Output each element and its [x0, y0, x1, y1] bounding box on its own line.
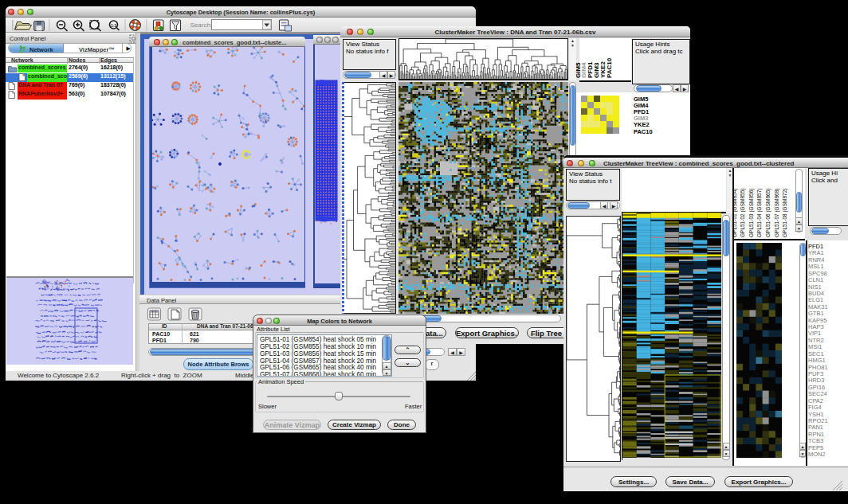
svg-text:Search:: Search: — [190, 21, 213, 29]
svg-text:1:1: 1:1 — [111, 23, 116, 28]
